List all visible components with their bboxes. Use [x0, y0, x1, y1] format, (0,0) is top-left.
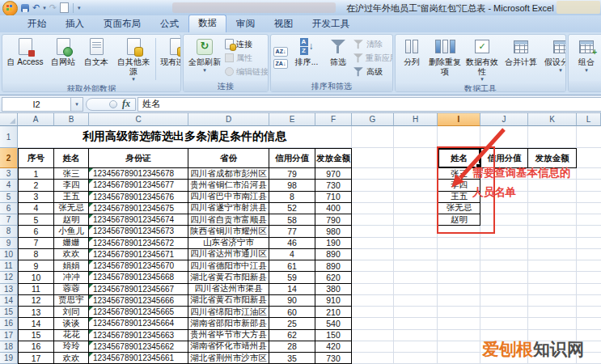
cell[interactable] [394, 192, 438, 203]
cell-name[interactable]: 张三 [54, 168, 89, 180]
cell[interactable] [528, 295, 577, 307]
cell[interactable] [394, 260, 438, 272]
cell-province[interactable]: 贵州省铜仁市沿河县 [188, 180, 269, 191]
sort-button[interactable]: AZ↓ 排序... [290, 36, 324, 80]
cell[interactable] [352, 284, 394, 295]
cell-serial[interactable]: 15 [18, 330, 54, 341]
cell[interactable] [480, 307, 528, 318]
remove-duplicates-button[interactable]: 删除重复项 [427, 36, 463, 83]
cell[interactable] [352, 226, 394, 237]
cell[interactable] [577, 214, 601, 226]
table-header-cell[interactable]: 发放金额 [315, 148, 352, 168]
cell[interactable] [394, 341, 438, 353]
cell-province[interactable]: 湖北省荆州市沙市区 [188, 353, 269, 364]
tab-formulas[interactable]: 公式 [150, 15, 188, 32]
undo-dropdown-icon[interactable]: ▾ [43, 5, 46, 11]
consolidate-button[interactable]: 合并计算 [502, 36, 540, 83]
cell[interactable] [577, 238, 601, 249]
cell[interactable] [352, 260, 394, 272]
cell[interactable] [577, 295, 601, 307]
cell-province[interactable]: 湖北省黄石市阳新县 [188, 295, 269, 307]
cell-id[interactable]: 123456789012345671 [89, 249, 188, 260]
cell-credit-score[interactable]: 52 [269, 203, 315, 214]
cell-province[interactable]: 湖北省黄石市阳新县 [188, 272, 269, 283]
cell-name[interactable]: 欢欢 [54, 249, 89, 260]
cell-amount[interactable]: 890 [315, 249, 352, 260]
row-header-6[interactable]: 6 [0, 203, 18, 214]
print-preview-icon[interactable] [60, 2, 69, 13]
cell-id[interactable]: 123456789012345672 [89, 238, 188, 249]
cell[interactable] [577, 272, 601, 283]
cell-name[interactable]: 刘同 [54, 307, 89, 318]
cell-amount[interactable]: 730 [315, 353, 352, 364]
cell-id[interactable]: 123456789012345674 [89, 214, 188, 226]
cell-amount[interactable]: 910 [315, 295, 352, 307]
cell-amount[interactable]: 980 [315, 226, 352, 237]
cell-serial[interactable]: 12 [18, 295, 54, 307]
cell-credit-score[interactable]: 4 [269, 249, 315, 260]
cell-amount[interactable]: 190 [315, 238, 352, 249]
cell[interactable] [352, 353, 394, 364]
filter-button[interactable]: 筛选 [324, 36, 352, 80]
cell[interactable] [480, 318, 528, 329]
cell-amount[interactable]: 540 [315, 318, 352, 329]
cell[interactable] [352, 341, 394, 353]
row-header-18[interactable]: 18 [0, 341, 18, 353]
cell-amount[interactable]: 380 [315, 284, 352, 295]
cell-province[interactable]: 四川省绵阳市江油区 [188, 307, 269, 318]
tab-data[interactable]: 数据 [188, 15, 226, 32]
cell[interactable] [438, 272, 480, 283]
cell[interactable] [577, 168, 601, 180]
cell-province[interactable]: 四川省达州市渠县 [188, 284, 269, 295]
row-header-11[interactable]: 11 [0, 260, 18, 272]
cell[interactable] [352, 168, 394, 180]
cell[interactable] [352, 214, 394, 226]
cell-serial[interactable]: 13 [18, 307, 54, 318]
cell[interactable] [394, 126, 438, 148]
cell[interactable] [394, 295, 438, 307]
row-header-19[interactable]: 19 [0, 353, 18, 364]
cell[interactable] [352, 126, 394, 148]
cell[interactable] [528, 214, 577, 226]
cell-id[interactable]: 123456789012345673 [89, 226, 188, 237]
row-header-1[interactable]: 1 [0, 126, 18, 148]
cell[interactable] [352, 203, 394, 214]
row-header-4[interactable]: 4 [0, 180, 18, 191]
cell[interactable] [352, 318, 394, 329]
cell[interactable] [438, 341, 480, 353]
cell-serial[interactable]: 5 [18, 214, 54, 226]
cell[interactable] [577, 249, 601, 260]
cell[interactable] [394, 353, 438, 364]
cell[interactable] [352, 192, 394, 203]
cell[interactable] [577, 203, 601, 214]
cell-credit-score[interactable]: 59 [269, 272, 315, 283]
cell-name[interactable]: 蓉蓉 [54, 284, 89, 295]
cell[interactable] [480, 295, 528, 307]
cell[interactable] [438, 249, 480, 260]
from-text-button[interactable]: 自文本 [80, 36, 112, 83]
cell-name[interactable]: 欢欢 [54, 353, 89, 364]
cell-province[interactable]: 贵州省毕节市大方县 [188, 330, 269, 341]
row-header-3[interactable]: 3 [0, 168, 18, 180]
cell-name[interactable]: 姗姗 [54, 238, 89, 249]
cell[interactable] [480, 249, 528, 260]
row-header-15[interactable]: 15 [0, 307, 18, 318]
cell-amount[interactable]: 970 [315, 168, 352, 180]
formula-input[interactable]: 姓名 [138, 97, 601, 112]
cell-credit-score[interactable]: 28 [269, 341, 315, 353]
cell[interactable] [528, 226, 577, 237]
select-all-corner[interactable] [0, 113, 18, 126]
cell[interactable] [577, 284, 601, 295]
row-header-2[interactable]: 2 [0, 148, 18, 168]
cell[interactable] [438, 284, 480, 295]
cell-name[interactable]: 谈谈 [54, 318, 89, 329]
cell-amount[interactable]: 710 [315, 192, 352, 203]
cell-province[interactable]: 湖南省怀化市靖州县 [188, 341, 269, 353]
cell[interactable] [577, 148, 601, 168]
cell-credit-score[interactable]: 25 [269, 318, 315, 329]
name-box[interactable]: I2 [2, 97, 71, 112]
row-header-14[interactable]: 14 [0, 295, 18, 307]
column-header-C[interactable]: C [89, 113, 188, 126]
cell-id[interactable]: 123456789012345668 [89, 272, 188, 283]
table-header-cell[interactable]: 身份证 [89, 148, 188, 168]
